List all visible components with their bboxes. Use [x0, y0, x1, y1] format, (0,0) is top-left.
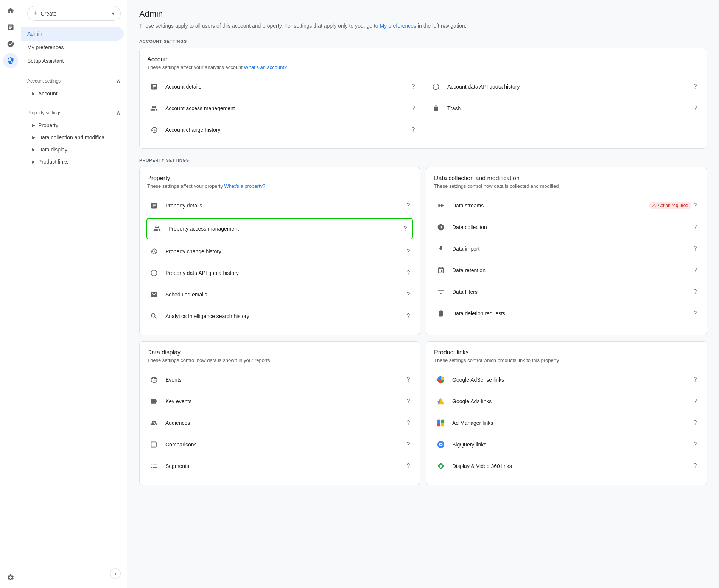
property-details-item[interactable]: Property details ? [147, 195, 412, 217]
property-details-label: Property details [165, 203, 405, 209]
data-deletion-item[interactable]: Data deletion requests ? [434, 303, 699, 324]
trash-help-icon[interactable]: ? [691, 104, 699, 112]
bigquery-links-item[interactable]: BigQuery links ? [434, 434, 699, 455]
account-api-quota-help-icon[interactable]: ? [691, 83, 699, 90]
sidebar: + Create ▾ Admin My preferences Setup As… [21, 0, 127, 588]
bigquery-links-help-icon[interactable]: ? [691, 441, 699, 448]
whats-an-account-link[interactable]: What's an account? [244, 64, 287, 70]
data-streams-item[interactable]: Data streams Action required ? [434, 195, 699, 217]
events-help-icon[interactable]: ? [405, 376, 412, 384]
key-events-help-icon[interactable]: ? [405, 398, 412, 405]
explore-icon[interactable] [3, 36, 18, 51]
account-change-history-help-icon[interactable]: ? [409, 126, 417, 134]
account-change-history-label: Account change history [165, 127, 409, 133]
ad-manager-links-item[interactable]: Ad Manager links ? [434, 412, 699, 434]
property-card: Property These settings affect your prop… [139, 167, 420, 335]
analytics-intelligence-item[interactable]: Analytics Intelligence search history ? [147, 306, 412, 327]
svg-rect-5 [441, 423, 444, 426]
svg-point-8 [440, 444, 442, 446]
data-import-item[interactable]: Data import ? [434, 238, 699, 260]
key-events-icon [147, 395, 161, 408]
data-display-label: Data display [38, 147, 67, 153]
account-change-history-item[interactable]: Account change history ? [147, 119, 417, 141]
data-streams-help-icon[interactable]: ? [691, 202, 699, 209]
data-collection-item[interactable]: Data collection ? [434, 217, 699, 238]
account-access-management-help-icon[interactable]: ? [409, 104, 417, 112]
adsense-links-item[interactable]: Google AdSense links ? [434, 369, 699, 391]
data-import-help-icon[interactable]: ? [691, 245, 699, 253]
google-ads-links-help-icon[interactable]: ? [691, 398, 699, 405]
sidebar-item-setup-assistant[interactable]: Setup Assistant [21, 54, 124, 68]
scheduled-emails-help-icon[interactable]: ? [405, 291, 412, 298]
audiences-item[interactable]: Audiences ? [147, 412, 412, 434]
data-collection-help-icon[interactable]: ? [691, 223, 699, 231]
ad-manager-links-help-icon[interactable]: ? [691, 419, 699, 427]
account-api-quota-item[interactable]: Account data API quota history ? [429, 76, 699, 98]
data-retention-label: Data retention [452, 267, 691, 273]
segments-help-icon[interactable]: ? [405, 462, 412, 470]
property-settings-label: Property settings [27, 110, 61, 115]
scheduled-emails-item[interactable]: Scheduled emails ? [147, 284, 412, 306]
comparisons-item[interactable]: Comparisons ? [147, 434, 412, 455]
audiences-icon [147, 416, 161, 430]
account-details-help-icon[interactable]: ? [409, 83, 417, 90]
data-retention-item[interactable]: Data retention ? [434, 260, 699, 281]
audiences-help-icon[interactable]: ? [405, 419, 412, 427]
data-collection-label: Data collection [452, 224, 691, 230]
sidebar-item-my-preferences[interactable]: My preferences [21, 41, 124, 54]
product-links-card-title: Product links [434, 349, 699, 356]
data-retention-help-icon[interactable]: ? [691, 267, 699, 274]
property-details-help-icon[interactable]: ? [405, 202, 412, 209]
property-change-history-item[interactable]: Property change history ? [147, 241, 412, 262]
account-card-title: Account [147, 56, 699, 63]
analytics-intelligence-help-icon[interactable]: ? [405, 312, 412, 320]
icon-rail [0, 0, 21, 588]
sidebar-property-item[interactable]: ▶ Property [21, 119, 127, 131]
dv360-links-help-icon[interactable]: ? [691, 462, 699, 470]
svg-rect-4 [437, 423, 440, 426]
collapse-sidebar-button[interactable]: ‹ [110, 568, 121, 579]
property-cards-grid: Property These settings affect your prop… [139, 167, 707, 485]
settings-icon[interactable] [3, 570, 18, 585]
account-access-management-item[interactable]: Account access management ? [147, 98, 417, 119]
whats-a-property-link[interactable]: What's a property? [224, 183, 266, 189]
admin-icon[interactable] [3, 53, 18, 68]
sidebar-item-admin[interactable]: Admin [21, 27, 124, 41]
key-events-item[interactable]: Key events ? [147, 391, 412, 412]
product-links-label: Product links [38, 159, 68, 165]
property-access-management-help-icon[interactable]: ? [402, 225, 409, 232]
google-ads-links-item[interactable]: Google Ads links ? [434, 391, 699, 412]
property-api-quota-item[interactable]: Property data API quota history ? [147, 262, 412, 284]
sidebar-data-collection-item[interactable]: ▶ Data collection and modifica... [21, 131, 127, 143]
data-filters-help-icon[interactable]: ? [691, 288, 699, 296]
property-api-quota-help-icon[interactable]: ? [405, 269, 412, 277]
comparisons-help-icon[interactable]: ? [405, 441, 412, 448]
segments-item[interactable]: Segments ? [147, 455, 412, 477]
property-change-history-help-icon[interactable]: ? [405, 248, 412, 255]
reports-icon[interactable] [3, 20, 18, 35]
account-card-subtitle: These settings affect your analytics acc… [147, 64, 699, 70]
account-settings-section[interactable]: Account settings ∧ [21, 74, 127, 87]
sidebar-product-links-item[interactable]: ▶ Product links [21, 156, 127, 168]
data-filters-item[interactable]: Data filters ? [434, 281, 699, 303]
property-access-management-item[interactable]: Property access management ? [146, 218, 413, 239]
account-settings-chevron: ∧ [116, 77, 121, 84]
trash-item[interactable]: Trash ? [429, 98, 699, 119]
my-preferences-link[interactable]: My preferences [380, 23, 416, 29]
property-settings-section[interactable]: Property settings ∧ [21, 106, 127, 119]
adsense-links-help-icon[interactable]: ? [691, 376, 699, 384]
dv360-links-item[interactable]: Display & Video 360 links ? [434, 455, 699, 477]
property-access-management-label: Property access management [168, 226, 402, 232]
account-details-item[interactable]: Account details ? [147, 76, 417, 98]
analytics-intelligence-icon [147, 309, 161, 323]
data-deletion-help-icon[interactable]: ? [691, 310, 699, 317]
ad-manager-links-label: Ad Manager links [452, 420, 691, 426]
home-icon[interactable] [3, 3, 18, 18]
sidebar-data-display-item[interactable]: ▶ Data display [21, 143, 127, 156]
data-collection-icon [434, 220, 448, 234]
property-change-history-icon [147, 245, 161, 258]
sidebar-bottom: ‹ [21, 565, 127, 582]
create-button[interactable]: + Create ▾ [27, 6, 121, 21]
events-item[interactable]: Events ? [147, 369, 412, 391]
sidebar-account-item[interactable]: ▶ Account [21, 87, 127, 100]
